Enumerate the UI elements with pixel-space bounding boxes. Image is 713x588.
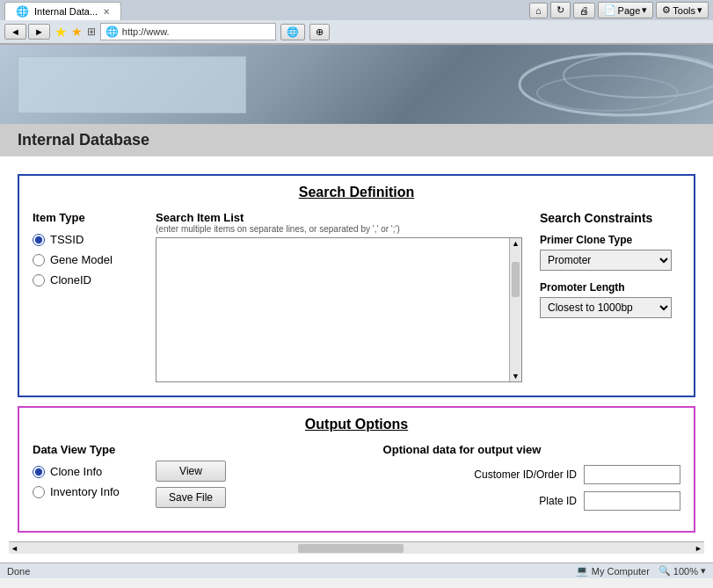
go-button[interactable]: 🌐 (280, 24, 305, 40)
home-button[interactable]: ⌂ (529, 3, 548, 18)
radio-genemodel-input[interactable] (33, 254, 45, 266)
promoter-length-label: Promoter Length (540, 281, 680, 294)
search-item-list-label: Search Item List (156, 211, 522, 224)
promoter-length-select[interactable]: Closest to 1000bp Closest to 500bp Close… (540, 297, 672, 318)
radio-cloneid-input[interactable] (33, 274, 45, 287)
active-tab[interactable]: 🌐 Internal Data... ✕ (4, 2, 121, 20)
computer-status: 💻 My Computer (576, 565, 650, 577)
view-button[interactable]: View (156, 461, 226, 482)
data-view-radio-group: Clone Info Inventory Info (33, 465, 138, 498)
main-content: Search Definition Item Type TSSID Gene M… (0, 156, 713, 563)
search-textarea-wrapper: ▲ ▼ (156, 237, 522, 382)
radio-inventory-info[interactable]: Inventory Info (33, 485, 138, 498)
radio-tssid-input[interactable] (33, 234, 45, 246)
radio-cloneid-label: CloneID (50, 273, 91, 287)
refresh-icon: ↻ (557, 4, 564, 16)
zoom-indicator[interactable]: 🔍 100% ▾ (658, 565, 706, 577)
customer-id-label: Customer ID/Order ID (474, 468, 577, 481)
item-type-radio-group: TSSID Gene Model CloneID (33, 233, 138, 287)
h-scroll-thumb[interactable] (298, 544, 404, 553)
radio-genemodel-label: Gene Model (50, 253, 113, 266)
radio-cloneid[interactable]: CloneID (33, 273, 138, 287)
primer-clone-type-label: Primer Clone Type (540, 234, 680, 246)
textarea-scrollbar[interactable]: ▲ ▼ (509, 238, 521, 381)
rss-button[interactable]: ⊕ (309, 24, 330, 40)
address-bar[interactable]: 🌐 http://www. (100, 23, 276, 40)
star-icon: ★ (55, 24, 67, 40)
search-definition-title: Search Definition (33, 185, 680, 200)
h-scroll-left[interactable]: ◄ (9, 544, 20, 553)
status-right: 💻 My Computer 🔍 100% ▾ (576, 565, 706, 577)
radio-clone-info-label: Clone Info (50, 465, 102, 478)
item-type-label: Item Type (33, 211, 138, 224)
customer-id-input[interactable] (584, 465, 680, 484)
scroll-thumb[interactable] (512, 262, 520, 297)
radio-tssid-label: TSSID (50, 233, 84, 246)
computer-icon: 💻 (576, 565, 588, 577)
tools-icon: ⚙ (662, 4, 671, 16)
computer-label: My Computer (592, 566, 650, 577)
data-view-type-label: Data View Type (33, 443, 138, 456)
output-options-title: Output Options (33, 417, 680, 432)
status-text: Done (7, 566, 30, 577)
zoom-level: 100% (673, 566, 698, 577)
tools-button[interactable]: ⚙ Tools ▾ (656, 2, 709, 18)
search-definition-section: Search Definition Item Type TSSID Gene M… (18, 174, 695, 397)
data-view-type-column: Data View Type Clone Info Inventory Info (33, 443, 138, 498)
page-icon: 📄 (604, 4, 616, 16)
radio-inventory-info-input[interactable] (33, 486, 45, 498)
url-text: http://www. (122, 26, 170, 37)
scroll-up-arrow[interactable]: ▲ (510, 238, 521, 249)
radio-genemodel[interactable]: Gene Model (33, 253, 138, 266)
search-item-list-column: Search Item List (enter multiple items o… (156, 211, 522, 382)
page-title: Internal Database (18, 131, 149, 149)
tab-title: Internal Data... (34, 6, 98, 17)
browser-chrome: 🌐 Internal Data... ✕ ⌂ ↻ 🖨 📄 Page ▾ ⚙ To… (0, 0, 713, 45)
search-item-list-sublabel: (enter multiple items on separate lines,… (156, 224, 522, 234)
plate-id-row: Plate ID (244, 491, 680, 511)
page-button[interactable]: 📄 Page ▾ (598, 2, 654, 18)
search-layout: Item Type TSSID Gene Model CloneID (33, 211, 680, 382)
output-layout: Data View Type Clone Info Inventory Info… (33, 443, 680, 518)
grid-icon: ⊞ (87, 25, 96, 38)
horizontal-scrollbar[interactable]: ◄ ► (9, 541, 704, 554)
page-label: Page (618, 5, 641, 16)
tab-bar: 🌐 Internal Data... ✕ ⌂ ↻ 🖨 📄 Page ▾ ⚙ To… (0, 0, 713, 20)
print-icon: 🖨 (579, 5, 589, 16)
radio-clone-info-input[interactable] (33, 466, 45, 478)
page-title-bar: Internal Database (0, 124, 713, 156)
fav-icon: ★ (71, 25, 83, 39)
item-type-column: Item Type TSSID Gene Model CloneID (33, 211, 138, 382)
chevron-down-icon-2: ▾ (697, 4, 702, 16)
print-button[interactable]: 🖨 (573, 3, 595, 18)
tools-label: Tools (673, 5, 695, 16)
refresh-button[interactable]: ↻ (550, 2, 571, 18)
search-item-textarea[interactable] (156, 238, 521, 379)
zoom-chevron: ▾ (701, 565, 706, 577)
rss-icon: ⊕ (316, 26, 324, 38)
optional-data-column: Optional data for output view Customer I… (244, 443, 680, 518)
go-icon: 🌐 (287, 26, 299, 38)
zoom-icon: 🔍 (658, 565, 671, 577)
back-button[interactable]: ◄ (4, 24, 26, 40)
header-logo (18, 56, 246, 113)
tab-close-button[interactable]: ✕ (103, 7, 110, 17)
search-constraints-column: Search Constraints Primer Clone Type Pro… (540, 211, 680, 382)
radio-tssid[interactable]: TSSID (33, 233, 138, 246)
constraints-title: Search Constraints (540, 211, 680, 225)
optional-data-title: Optional data for output view (244, 443, 680, 456)
radio-clone-info[interactable]: Clone Info (33, 465, 138, 478)
tab-ie-icon: 🌐 (16, 5, 29, 18)
nav-icons: ◄ ► (4, 24, 50, 40)
browser-ie-icon: 🌐 (105, 25, 119, 38)
save-file-button[interactable]: Save File (156, 487, 226, 508)
scroll-down-arrow[interactable]: ▼ (510, 371, 521, 381)
plate-id-input[interactable] (584, 491, 680, 511)
chevron-down-icon: ▾ (642, 4, 647, 16)
h-scroll-right[interactable]: ► (693, 544, 704, 553)
primer-clone-type-select[interactable]: Promoter Enhancer Other (540, 250, 672, 271)
plate-id-label: Plate ID (539, 495, 577, 507)
customer-id-row: Customer ID/Order ID (244, 465, 680, 484)
forward-button[interactable]: ► (28, 24, 50, 40)
output-options-section: Output Options Data View Type Clone Info… (18, 406, 695, 533)
